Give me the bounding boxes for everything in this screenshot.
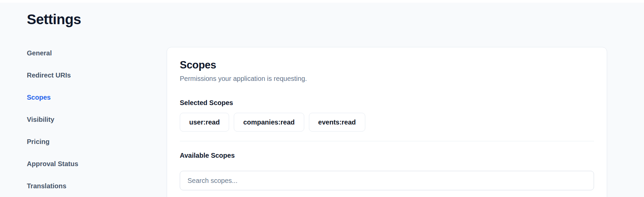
sidebar-item-visibility[interactable]: Visibility: [27, 115, 54, 124]
content-layout: General Redirect URIs Scopes Visibility …: [27, 47, 607, 197]
search-scopes-input[interactable]: [180, 171, 594, 190]
sidebar-item-redirect-uris[interactable]: Redirect URIs: [27, 71, 71, 79]
selected-scopes-list: user:read companies:read events:read: [180, 113, 594, 132]
available-scopes-heading: Available Scopes: [180, 151, 594, 160]
scope-chip-user-read[interactable]: user:read: [180, 113, 229, 132]
sidebar-item-scopes[interactable]: Scopes: [27, 93, 51, 101]
scopes-card-subtitle: Permissions your application is requesti…: [180, 74, 594, 83]
settings-sidebar: General Redirect URIs Scopes Visibility …: [27, 47, 167, 197]
top-strip: [0, 0, 644, 3]
section-divider: [180, 141, 594, 141]
scope-chip-events-read[interactable]: events:read: [309, 113, 365, 132]
scopes-card-title: Scopes: [180, 58, 594, 72]
page-title: Settings: [27, 10, 607, 29]
scopes-card: Scopes Permissions your application is r…: [167, 47, 607, 197]
scope-chip-companies-read[interactable]: companies:read: [234, 113, 304, 132]
sidebar-item-general[interactable]: General: [27, 49, 52, 57]
settings-page: Settings General Redirect URIs Scopes Vi…: [0, 3, 644, 197]
sidebar-item-translations[interactable]: Translations: [27, 182, 66, 190]
sidebar-item-pricing[interactable]: Pricing: [27, 138, 50, 146]
sidebar-item-approval-status[interactable]: Approval Status: [27, 160, 78, 168]
selected-scopes-heading: Selected Scopes: [180, 99, 594, 107]
